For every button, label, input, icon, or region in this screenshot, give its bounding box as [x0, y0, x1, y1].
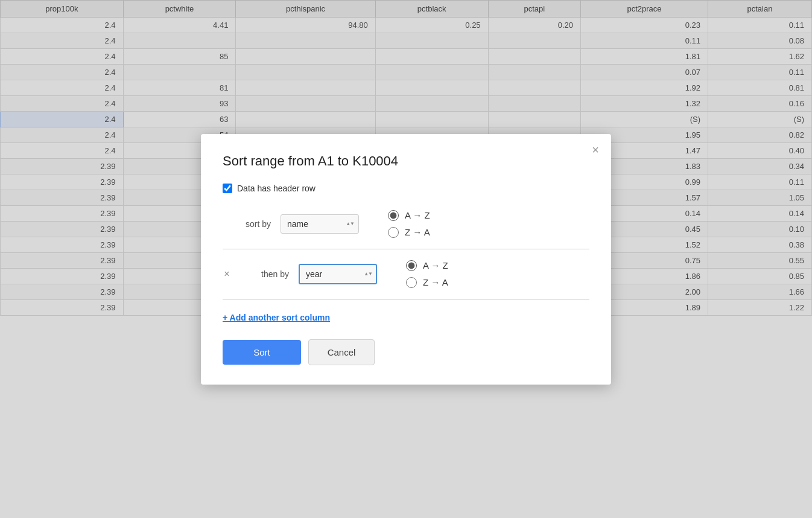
divider-2 — [223, 299, 589, 299]
sort-az-radio-2[interactable]: A → Z — [406, 260, 448, 271]
cancel-button[interactable]: Cancel — [308, 339, 375, 365]
sort-za-radio-1[interactable]: Z → A — [388, 227, 430, 238]
add-sort-column-link[interactable]: + Add another sort column — [223, 313, 330, 322]
remove-sort-button[interactable]: × — [223, 269, 231, 280]
sort-row-2: × then by name year state city A → Z Z →… — [223, 260, 589, 288]
sort-by-select-wrapper: name year state city — [281, 214, 359, 234]
divider-1 — [223, 249, 589, 249]
sort-order-group-2: A → Z Z → A — [406, 260, 448, 288]
dialog-title: Sort range from A1 to K10004 — [223, 153, 589, 169]
header-row-checkbox-row: Data has header row — [223, 184, 589, 193]
sort-by-select[interactable]: name year state city — [281, 214, 359, 234]
sort-by-label: sort by — [223, 219, 271, 229]
za-label-2: Z → A — [423, 277, 448, 287]
then-by-label: then by — [241, 269, 289, 279]
header-row-checkbox[interactable] — [223, 184, 232, 193]
header-row-label[interactable]: Data has header row — [237, 184, 316, 193]
sort-dialog: × Sort range from A1 to K10004 Data has … — [201, 134, 611, 385]
sort-za-radio-2[interactable]: Z → A — [406, 277, 448, 288]
sort-button[interactable]: Sort — [223, 340, 301, 365]
modal-overlay: × Sort range from A1 to K10004 Data has … — [0, 0, 812, 518]
then-by-select[interactable]: name year state city — [299, 264, 377, 284]
then-by-select-wrapper: name year state city — [299, 264, 377, 284]
sort-az-radio-1[interactable]: A → Z — [388, 210, 430, 221]
sort-row-1: sort by name year state city A → Z Z → A — [223, 210, 589, 238]
close-button[interactable]: × — [592, 144, 599, 156]
za-label-1: Z → A — [405, 227, 430, 237]
az-label-2: A → Z — [423, 260, 448, 270]
az-label-1: A → Z — [405, 210, 430, 220]
sort-order-group-1: A → Z Z → A — [388, 210, 430, 238]
dialog-buttons: Sort Cancel — [223, 339, 589, 365]
